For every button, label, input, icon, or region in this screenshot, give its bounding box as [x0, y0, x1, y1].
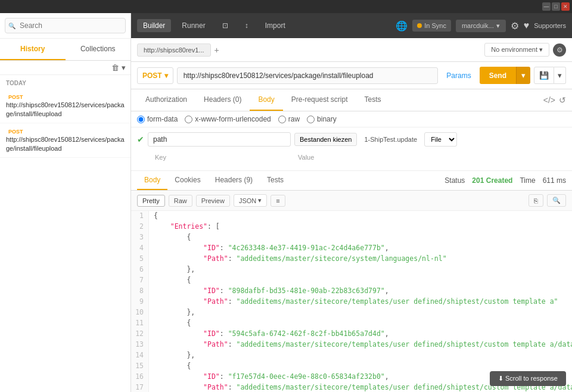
send-button-group: Send ▾	[480, 67, 530, 84]
status-label: Status	[444, 176, 465, 185]
response-toolbar: Pretty Raw Preview JSON ▾ ≡ ⎘ 🔍	[131, 191, 572, 211]
sidebar-tab-collections[interactable]: Collections	[66, 39, 131, 60]
sidebar-tab-history[interactable]: History	[0, 39, 66, 60]
method-select[interactable]: POST ▾	[137, 67, 173, 84]
environment-select[interactable]: No environment ▾	[484, 43, 549, 57]
history-url: http://shipsc80rev150812/services/packag…	[6, 135, 125, 154]
file-chooser-button[interactable]: Bestanden kiezen	[294, 133, 357, 146]
save-dropdown-button[interactable]: ▾	[554, 67, 566, 84]
tab-tests[interactable]: Tests	[356, 89, 389, 111]
status-code: 201 Created	[472, 176, 512, 185]
import-tab[interactable]: Import	[259, 19, 291, 32]
response-tabs: Body Cookies Headers (9) Tests Status 20…	[131, 171, 572, 191]
refresh-button[interactable]: ↺	[559, 95, 566, 105]
code-line-13: 13 "Path": "addeditems/master/sitecore/t…	[131, 340, 572, 350]
code-view-button[interactable]: </>	[543, 95, 555, 105]
titlebar: — □ ✕	[0, 0, 572, 13]
code-line-9: 9 "Path": "addeditems/master/sitecore/te…	[131, 297, 572, 307]
close-button[interactable]: ✕	[561, 2, 570, 11]
method-badge: POST	[6, 128, 26, 135]
settings-icon-button[interactable]: ⚙	[511, 20, 519, 32]
search-icon-button[interactable]: 🔍	[547, 194, 566, 207]
save-button[interactable]: 💾	[534, 67, 554, 84]
sync-label: In Sync	[424, 22, 446, 29]
form-data-label: form-data	[147, 115, 178, 123]
topbar: Builder Runner ⊡ ↕ Import 🌐 In Sync marc…	[131, 13, 572, 38]
add-tab-button[interactable]: +	[214, 45, 219, 55]
heart-icon-button[interactable]: ♥	[524, 20, 530, 31]
env-settings-button[interactable]: ⚙	[553, 43, 566, 57]
send-dropdown-button[interactable]: ▾	[516, 67, 530, 84]
tab-authorization[interactable]: Authorization	[137, 89, 195, 111]
key-input[interactable]	[148, 132, 291, 147]
env-bar: No environment ▾ ⚙	[484, 43, 566, 57]
tab-headers[interactable]: Headers (0)	[195, 89, 250, 111]
form-data-option[interactable]: form-data	[137, 115, 178, 123]
urlencoded-option[interactable]: x-www-form-urlencoded	[185, 115, 271, 123]
delete-button[interactable]: 🗑 ▾	[111, 63, 126, 72]
method-chevron-icon: ▾	[164, 71, 168, 80]
sidebar: History Collections 🗑 ▾ Today POST http:…	[0, 13, 131, 392]
environment-label: No environment	[491, 46, 537, 53]
raw-button[interactable]: Raw	[169, 195, 192, 207]
code-line-12: 12 "ID": "594c5afa-6742-462f-8c2f-bb41b6…	[131, 329, 572, 340]
response-area: Body Cookies Headers (9) Tests Status 20…	[131, 171, 572, 392]
format-select[interactable]: JSON ▾	[234, 194, 267, 207]
row-checkbox[interactable]: ✔	[137, 135, 144, 144]
new-window-button[interactable]: ⊡	[216, 19, 234, 32]
main-panel: Builder Runner ⊡ ↕ Import 🌐 In Sync marc…	[131, 13, 572, 392]
history-section-label: Today	[0, 75, 130, 89]
binary-option[interactable]: binary	[307, 115, 337, 123]
method-label: POST	[142, 71, 162, 80]
status-info: Status 201 Created Time 611 ms	[444, 176, 566, 185]
request-tabs: Authorization Headers (0) Body Pre-reque…	[131, 89, 572, 111]
pretty-button[interactable]: Pretty	[137, 195, 165, 207]
send-button[interactable]: Send	[480, 67, 516, 84]
maximize-button[interactable]: □	[552, 2, 560, 11]
supporters-button[interactable]: Supporters	[534, 22, 566, 29]
request-bar: POST ▾ Params Send ▾ 💾 ▾	[131, 62, 572, 89]
sync-dot	[417, 23, 422, 28]
binary-label: binary	[317, 115, 337, 123]
sidebar-toolbar: 🗑 ▾	[0, 61, 130, 75]
app-layout: History Collections 🗑 ▾ Today POST http:…	[0, 13, 572, 392]
sync-button[interactable]: In Sync	[412, 20, 451, 32]
params-button[interactable]: Params	[442, 71, 475, 80]
resp-tab-cookies[interactable]: Cookies	[167, 171, 207, 190]
search-input[interactable]	[5, 18, 126, 33]
user-label: marcduik...	[462, 22, 494, 29]
tab-pre-request[interactable]: Pre-request script	[283, 89, 356, 111]
list-item[interactable]: POST http://shipsc80rev150812/services/p…	[0, 123, 130, 158]
url-input[interactable]	[177, 67, 439, 84]
topbar-right: 🌐 In Sync marcduik... ▾ ⚙ ♥ Supporters	[396, 20, 566, 32]
formdata-section: ✔ Bestanden kiezen 1-ShipTest.update Fil…	[131, 127, 572, 171]
code-line-4: 4 "ID": "4c263348-4e37-4419-91ac-2c4d4a6…	[131, 243, 572, 254]
sync-config-button[interactable]: ↕	[239, 19, 254, 32]
copy-button[interactable]: ⎘	[529, 194, 543, 207]
format-icon-button[interactable]: ≡	[271, 195, 285, 207]
sidebar-tabs: History Collections	[0, 39, 130, 61]
tab-url[interactable]: http://shipsc80rev1...	[137, 43, 211, 57]
scroll-to-response-button[interactable]: ⬇ Scroll to response	[490, 371, 566, 386]
type-select[interactable]: File Text	[424, 132, 457, 147]
raw-option[interactable]: raw	[278, 115, 300, 123]
builder-tab[interactable]: Builder	[137, 19, 171, 32]
chevron-down-icon: ▾	[496, 22, 500, 30]
code-line-2: 2 "Entries": [	[131, 222, 572, 232]
resp-tab-headers[interactable]: Headers (9)	[208, 171, 260, 190]
user-menu-button[interactable]: marcduik... ▾	[456, 20, 506, 32]
runner-tab[interactable]: Runner	[176, 19, 211, 32]
code-line-3: 3 {	[131, 232, 572, 243]
preview-button[interactable]: Preview	[196, 195, 230, 207]
list-item[interactable]: POST http://shipsc80rev150812/services/p…	[0, 89, 130, 123]
code-line-5: 5 "Path": "addeditems/master/sitecore/sy…	[131, 254, 572, 265]
code-line-7: 7 {	[131, 275, 572, 286]
method-badge: POST	[6, 94, 26, 101]
minimize-button[interactable]: —	[542, 2, 551, 11]
globe-icon-button[interactable]: 🌐	[396, 20, 408, 32]
code-line-10: 10 },	[131, 307, 572, 318]
resp-tab-body[interactable]: Body	[137, 171, 167, 190]
format-chevron-icon: ▾	[258, 197, 262, 204]
tab-body[interactable]: Body	[250, 89, 282, 111]
resp-tab-tests[interactable]: Tests	[260, 171, 291, 190]
